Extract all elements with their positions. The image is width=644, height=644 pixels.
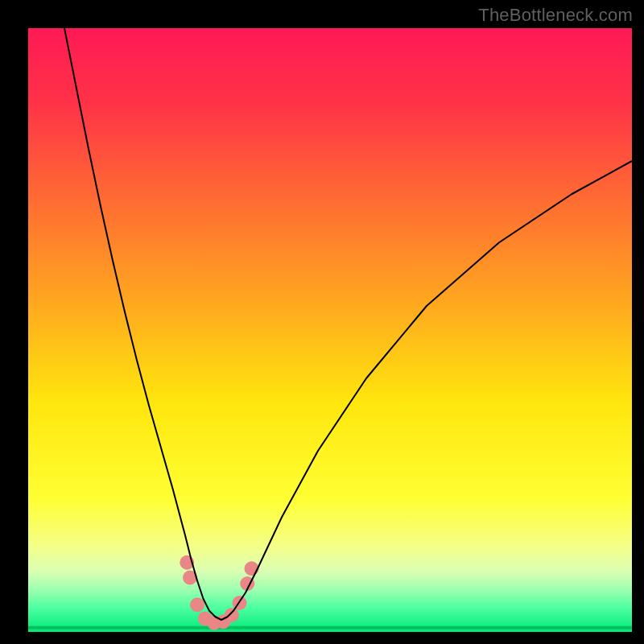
curve-layer (64, 28, 632, 620)
watermark-text: TheBottleneck.com (478, 5, 633, 26)
highlight-dot (190, 597, 204, 612)
outer-frame: TheBottleneck.com (0, 0, 644, 644)
bottleneck-curve (64, 28, 632, 620)
highlight-dot (245, 561, 259, 576)
plot-area (28, 28, 632, 632)
highlight-dot (225, 608, 239, 622)
chart-svg (28, 28, 632, 632)
